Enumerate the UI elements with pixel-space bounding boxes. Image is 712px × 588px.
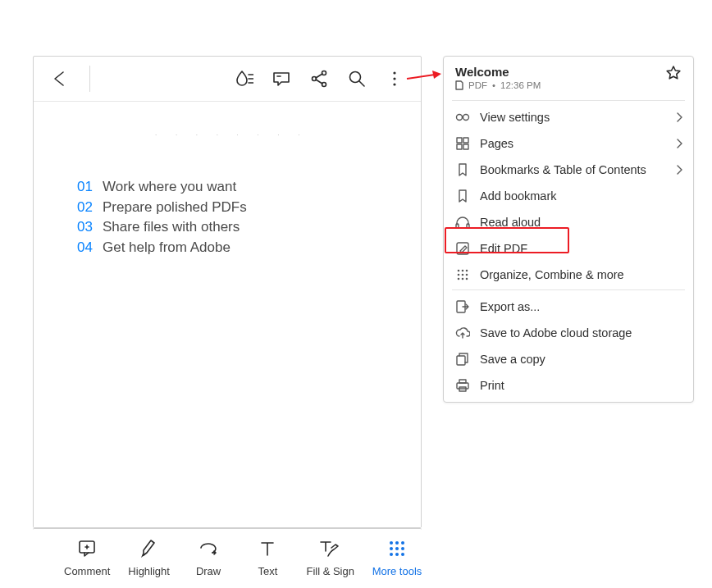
toc-number: 01	[73, 177, 93, 198]
menu-item-label: View settings	[480, 111, 550, 124]
svg-marker-27	[432, 71, 441, 79]
pages-icon	[456, 137, 469, 150]
export-icon	[456, 300, 469, 313]
share-button[interactable]	[303, 62, 335, 95]
tool-label: Comment	[64, 565, 110, 577]
menu-export[interactable]: Export as...	[444, 294, 693, 320]
svg-point-46	[466, 278, 468, 280]
overflow-menu-button[interactable]	[378, 62, 411, 95]
toc-number: 02	[73, 198, 93, 218]
toc-item[interactable]: 04 Get help from Adobe	[73, 238, 398, 258]
tool-label: Fill & Sign	[306, 565, 354, 577]
menu-separator	[452, 289, 685, 290]
menu-save-cloud[interactable]: Save to Adobe cloud storage	[444, 320, 693, 346]
toc-text: Share files with others	[103, 217, 240, 238]
menu-read-aloud[interactable]: Read aloud	[444, 209, 693, 235]
comment-icon	[76, 538, 98, 559]
svg-rect-34	[463, 144, 468, 149]
search-button[interactable]	[340, 62, 373, 95]
menu-pages[interactable]: Pages	[444, 130, 693, 157]
file-type: PDF	[468, 80, 487, 90]
svg-point-42	[462, 274, 464, 276]
svg-point-23	[390, 553, 393, 556]
fill-sign-tool[interactable]: Fill & Sign	[306, 537, 354, 577]
text-tool[interactable]: Text	[247, 537, 288, 577]
menu-item-label: Print	[480, 379, 504, 392]
overflow-menu: Welcome PDF • 12:36 PM View settings Pag…	[443, 56, 694, 403]
svg-point-38	[458, 270, 460, 272]
comment-tool-button[interactable]	[265, 62, 298, 95]
menu-item-label: Save a copy	[480, 353, 545, 366]
star-button[interactable]	[665, 65, 682, 81]
toc-number: 03	[73, 217, 93, 238]
toc-list: 01 Work where you want 02 Prepare polish…	[73, 177, 398, 258]
highlight-icon	[139, 538, 160, 559]
svg-point-45	[462, 278, 464, 280]
tool-label: Draw	[196, 565, 221, 577]
grid-dots-icon	[386, 538, 408, 559]
headphones-icon	[455, 216, 470, 229]
toc-item[interactable]: 03 Share files with others	[73, 217, 398, 238]
menu-item-label: Save to Adobe cloud storage	[480, 326, 632, 340]
svg-line-7	[316, 74, 322, 78]
menu-add-bookmark[interactable]: Add bookmark	[444, 183, 693, 209]
topbar	[34, 57, 421, 101]
menu-organize-combine[interactable]: Organize, Combine & more	[444, 262, 693, 288]
svg-point-17	[390, 541, 393, 545]
kebab-icon	[386, 69, 403, 89]
svg-line-8	[316, 80, 322, 84]
tool-label: Highlight	[128, 565, 170, 577]
menu-item-label: Add bookmark	[480, 189, 557, 203]
text-icon	[257, 538, 278, 559]
back-button[interactable]	[43, 62, 76, 95]
glasses-icon	[455, 112, 470, 123]
fill-sign-icon	[318, 538, 343, 559]
svg-point-18	[395, 541, 399, 545]
chevron-right-icon	[675, 138, 683, 149]
svg-point-41	[458, 274, 460, 276]
bookmark-icon	[457, 163, 468, 176]
chat-icon	[272, 69, 291, 89]
svg-point-20	[390, 547, 393, 550]
document-title: Welcome	[455, 65, 541, 79]
menu-edit-pdf[interactable]: Edit PDF	[444, 235, 693, 262]
menu-item-label: Export as...	[480, 300, 540, 313]
comment-tool[interactable]: Comment	[64, 537, 110, 577]
cloud-upload-icon	[455, 327, 470, 339]
star-icon	[665, 65, 682, 81]
menu-view-settings[interactable]: View settings	[444, 104, 693, 130]
chevron-right-icon	[675, 164, 683, 175]
highlight-tool[interactable]: Highlight	[128, 537, 170, 577]
menu-item-label: Edit PDF	[480, 242, 527, 255]
svg-rect-32	[463, 138, 468, 143]
svg-point-21	[395, 547, 399, 550]
document-page[interactable]: · · · · · · · · 01 Work where you want 0…	[34, 101, 421, 527]
menu-separator	[452, 100, 685, 101]
toc-text: Prepare polished PDFs	[103, 198, 247, 218]
svg-point-24	[395, 553, 399, 556]
grid-icon	[456, 268, 469, 281]
toc-item[interactable]: 01 Work where you want	[73, 177, 398, 198]
svg-line-10	[359, 81, 364, 86]
document-viewer: · · · · · · · · 01 Work where you want 0…	[33, 56, 422, 528]
more-tools[interactable]: More tools	[372, 537, 422, 577]
file-time: 12:36 PM	[500, 80, 541, 90]
menu-save-copy[interactable]: Save a copy	[444, 346, 693, 372]
topbar-divider	[89, 66, 90, 92]
liquid-mode-button[interactable]	[227, 62, 260, 95]
toc-item[interactable]: 02 Prepare polished PDFs	[73, 198, 398, 218]
svg-rect-50	[457, 383, 468, 389]
svg-point-44	[458, 278, 460, 280]
menu-print[interactable]: Print	[444, 372, 693, 399]
draw-tool[interactable]: Draw	[188, 537, 229, 577]
svg-point-13	[393, 83, 395, 85]
svg-point-29	[463, 115, 469, 121]
arrow-left-icon	[50, 69, 70, 89]
svg-point-12	[393, 77, 395, 80]
toc-number: 04	[73, 238, 93, 258]
liquid-mode-icon	[234, 69, 253, 89]
svg-point-22	[401, 547, 404, 550]
menu-bookmarks-toc[interactable]: Bookmarks & Table of Contents	[444, 157, 693, 183]
file-icon	[455, 80, 463, 90]
menu-item-label: Bookmarks & Table of Contents	[480, 163, 646, 176]
